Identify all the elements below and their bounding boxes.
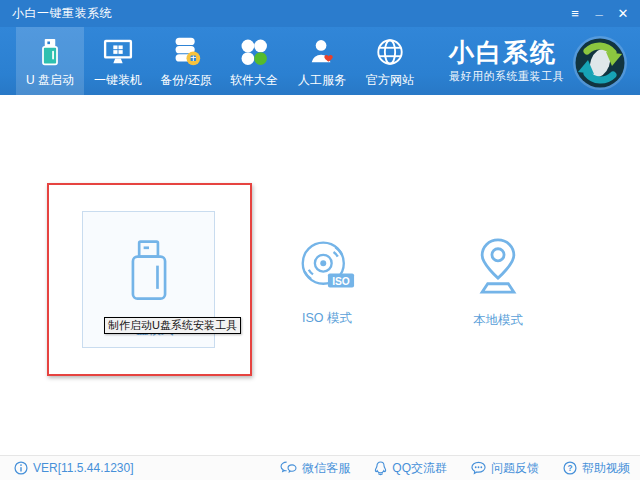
nav-bar: U 盘启动 一键装机: [0, 27, 640, 95]
nav-item-software-collection[interactable]: 软件大全: [220, 27, 288, 95]
customer-service-icon: [307, 33, 337, 67]
wechat-icon: [280, 461, 297, 475]
window-controls: ≡ _ ✕: [562, 4, 634, 24]
nav-item-backup-restore[interactable]: 备份/还原: [152, 27, 220, 95]
nav-item-one-click-install[interactable]: 一键装机: [84, 27, 152, 95]
nav-label: 官方网站: [366, 72, 414, 89]
recycle-arrows-logo: [572, 35, 628, 91]
usb-mode-icon: [124, 238, 174, 308]
monitor-icon: [102, 33, 134, 67]
footer-link-label: QQ交流群: [392, 460, 447, 477]
brand-tagline: 最好用的系统重装工具: [449, 69, 564, 84]
nav-label: 软件大全: [230, 72, 278, 89]
local-pin-icon: [470, 236, 526, 300]
brand-text: 小白系统 最好用的系统重装工具: [449, 38, 564, 85]
iso-badge-text: ISO: [332, 276, 350, 287]
minimize-icon[interactable]: _: [588, 4, 610, 24]
mode-iso-label: ISO 模式: [302, 310, 352, 327]
svg-text:?: ?: [567, 463, 572, 473]
mode-local-label: 本地模式: [473, 312, 523, 329]
footer-link-label: 帮助视频: [582, 460, 630, 477]
wechat-support-link[interactable]: 微信客服: [280, 460, 350, 477]
menu-icon[interactable]: ≡: [564, 4, 586, 24]
nav-item-usb-boot[interactable]: U 盘启动: [16, 27, 84, 95]
nav-label: 一键装机: [94, 72, 142, 89]
software-clover-icon: [239, 33, 269, 67]
usb-mode-tooltip: 制作启动U盘系统安装工具: [104, 317, 241, 334]
version-text: VER[11.5.44.1230]: [33, 461, 134, 475]
nav-label: 人工服务: [298, 72, 346, 89]
brand-name: 小白系统: [449, 38, 564, 67]
info-icon: [14, 461, 28, 475]
nav-label: 备份/还原: [160, 72, 211, 89]
feedback-bubble-icon: [471, 461, 486, 475]
website-globe-icon: [375, 33, 405, 67]
footer-links: 微信客服 QQ交流群 问题反馈: [280, 460, 630, 477]
nav-item-official-website[interactable]: 官方网站: [356, 27, 424, 95]
qq-icon: [374, 461, 387, 476]
close-icon[interactable]: ✕: [612, 4, 634, 24]
app-window: 小白一键重装系统 ≡ _ ✕ U 盘启动: [0, 0, 640, 480]
backup-restore-icon: [171, 33, 202, 67]
nav-item-customer-service[interactable]: 人工服务: [288, 27, 356, 95]
footer-link-label: 微信客服: [302, 460, 350, 477]
iso-disc-icon: ISO: [298, 238, 356, 298]
footer-link-label: 问题反馈: [491, 460, 539, 477]
feedback-link[interactable]: 问题反馈: [471, 460, 539, 477]
status-bar: VER[11.5.44.1230] 微信客服 QQ交流群: [0, 455, 640, 480]
nav-label: U 盘启动: [26, 72, 74, 89]
version-info[interactable]: VER[11.5.44.1230]: [14, 461, 134, 475]
title-bar: 小白一键重装系统 ≡ _ ✕: [0, 0, 640, 27]
help-icon: ?: [563, 461, 577, 475]
qq-group-link[interactable]: QQ交流群: [374, 460, 447, 477]
main-content: U 盘模式 制作启动U盘系统安装工具 ISO: [0, 95, 640, 455]
brand-area: 小白系统 最好用的系统重装工具: [449, 27, 640, 95]
mode-local[interactable]: 本地模式: [438, 236, 558, 329]
mode-iso[interactable]: ISO ISO 模式: [267, 238, 387, 327]
help-video-link[interactable]: ? 帮助视频: [563, 460, 630, 477]
usb-drive-icon: [36, 33, 64, 67]
window-title: 小白一键重装系统: [12, 5, 112, 22]
